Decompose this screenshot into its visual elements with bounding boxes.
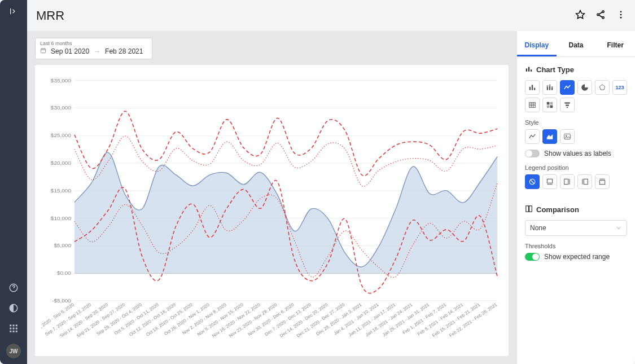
svg-text:$15,000: $15,000 xyxy=(51,187,72,194)
svg-rect-78 xyxy=(549,85,550,87)
chart-type-funnel[interactable] xyxy=(560,98,575,112)
chevron-down-icon xyxy=(615,225,622,231)
svg-text:$30,000: $30,000 xyxy=(51,105,72,111)
chart-type-icon xyxy=(525,65,533,74)
svg-rect-4 xyxy=(16,324,17,326)
svg-rect-7 xyxy=(16,328,17,330)
tab-filter[interactable]: Filter xyxy=(595,37,635,56)
svg-rect-20 xyxy=(41,49,45,52)
svg-rect-9 xyxy=(13,331,15,332)
toggle-show-values-as-labels[interactable] xyxy=(525,150,540,157)
svg-rect-3 xyxy=(13,324,15,326)
svg-rect-8 xyxy=(10,331,11,332)
chart-type-table[interactable] xyxy=(525,98,540,112)
svg-rect-76 xyxy=(547,86,548,87)
favorite-icon[interactable] xyxy=(575,10,585,22)
svg-text:-$5,000: -$5,000 xyxy=(52,297,71,304)
svg-marker-11 xyxy=(576,10,585,18)
svg-rect-94 xyxy=(564,134,571,139)
legend-title: Legend position xyxy=(525,164,627,171)
config-panel: Display Data Filter Chart Type 12 xyxy=(516,31,635,364)
svg-rect-88 xyxy=(550,102,553,105)
svg-rect-72 xyxy=(529,87,531,90)
svg-rect-100 xyxy=(564,179,568,184)
expand-sidebar-icon[interactable] xyxy=(9,7,18,18)
legend-bottom[interactable] xyxy=(542,174,557,189)
style-line[interactable] xyxy=(525,129,540,144)
chart-type-line[interactable] xyxy=(560,80,575,95)
svg-text:$0.00: $0.00 xyxy=(57,270,71,276)
user-avatar[interactable]: JW xyxy=(6,344,21,358)
theme-icon[interactable] xyxy=(8,303,19,315)
legend-right[interactable] xyxy=(560,174,575,189)
svg-point-13 xyxy=(597,14,599,15)
svg-rect-93 xyxy=(567,107,568,108)
legend-none[interactable] xyxy=(525,174,540,189)
svg-rect-5 xyxy=(10,328,11,330)
toggle-show-expected-range[interactable] xyxy=(525,253,540,261)
toggle-values-label: Show values as labels xyxy=(544,150,611,157)
left-navigation-rail: JW xyxy=(0,0,27,364)
svg-rect-73 xyxy=(532,85,533,90)
svg-rect-74 xyxy=(534,88,535,90)
svg-rect-2 xyxy=(10,324,11,326)
legend-top[interactable] xyxy=(595,174,610,189)
more-icon[interactable] xyxy=(616,10,626,22)
svg-text:$35,000: $35,000 xyxy=(51,77,72,84)
svg-text:$10,000: $10,000 xyxy=(51,215,72,221)
chart-type-number[interactable]: 123 xyxy=(612,80,627,95)
svg-rect-92 xyxy=(566,104,569,106)
svg-rect-106 xyxy=(526,206,529,212)
chart-type-pivot[interactable] xyxy=(542,98,557,112)
svg-line-97 xyxy=(531,180,535,184)
svg-point-14 xyxy=(602,16,604,18)
svg-point-12 xyxy=(602,11,604,12)
svg-rect-69 xyxy=(526,68,527,71)
svg-rect-82 xyxy=(529,102,536,107)
share-icon[interactable] xyxy=(595,10,606,22)
mrr-chart: -$5,000$0.00$5,000$10,000$15,000$20,000$… xyxy=(35,65,509,356)
svg-rect-71 xyxy=(531,69,532,72)
comparison-value: None xyxy=(530,224,546,232)
calendar-icon xyxy=(40,47,46,55)
svg-rect-89 xyxy=(547,106,550,108)
date-range-preset-label: Last 6 months xyxy=(40,41,147,46)
comparison-select[interactable]: None xyxy=(525,220,627,236)
svg-line-15 xyxy=(599,12,602,14)
chart-type-radar[interactable] xyxy=(595,80,610,95)
comparison-icon xyxy=(525,205,533,214)
svg-rect-80 xyxy=(551,86,553,87)
tab-data[interactable]: Data xyxy=(557,37,596,56)
legend-left[interactable] xyxy=(577,174,592,189)
svg-rect-98 xyxy=(547,179,552,183)
style-area[interactable] xyxy=(542,129,557,144)
svg-point-17 xyxy=(620,11,622,12)
chart-type-stacked-bar[interactable] xyxy=(542,80,557,95)
page-title: MRR xyxy=(36,8,568,23)
svg-text:$5,000: $5,000 xyxy=(54,243,71,249)
style-image[interactable] xyxy=(560,129,575,144)
apps-icon[interactable] xyxy=(8,323,19,336)
chart-type-bar[interactable] xyxy=(525,80,540,95)
svg-rect-6 xyxy=(13,328,15,330)
svg-rect-87 xyxy=(547,102,550,105)
toggle-expected-label: Show expected range xyxy=(544,253,610,261)
style-title: Style xyxy=(525,119,627,126)
svg-line-16 xyxy=(599,15,602,17)
svg-rect-103 xyxy=(584,179,588,184)
svg-point-18 xyxy=(620,14,622,15)
date-range-picker[interactable]: Last 6 months Sep 01 2020 → Feb 28 2021 xyxy=(35,38,152,59)
svg-text:$20,000: $20,000 xyxy=(51,160,72,166)
arrow-right-icon: → xyxy=(94,47,100,55)
thresholds-title: Thresholds xyxy=(525,243,627,249)
svg-point-95 xyxy=(566,135,567,137)
help-icon[interactable] xyxy=(8,283,19,295)
tab-display[interactable]: Display xyxy=(517,37,557,56)
svg-rect-91 xyxy=(564,102,570,103)
svg-text:$25,000: $25,000 xyxy=(51,132,72,138)
comparison-title: Comparison xyxy=(536,205,579,214)
chart-type-title: Chart Type xyxy=(536,65,574,74)
page-header: MRR xyxy=(27,0,635,31)
chart-type-pie[interactable] xyxy=(577,80,592,95)
svg-rect-107 xyxy=(529,206,532,212)
